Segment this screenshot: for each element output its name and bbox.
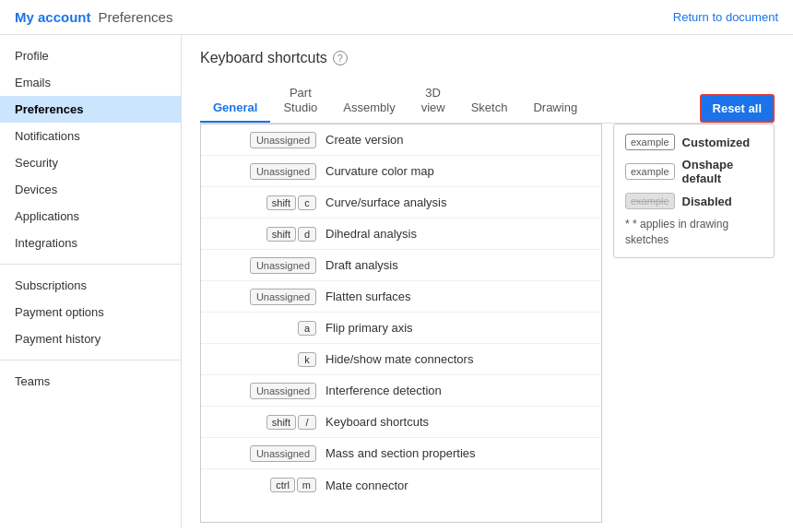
key-area: shift d	[210, 227, 316, 242]
return-to-document-link[interactable]: Return to document	[673, 10, 778, 24]
legend-note-text: * applies in drawing sketches	[625, 218, 728, 246]
header: My account Preferences Return to documen…	[0, 0, 793, 35]
sidebar-divider-1	[0, 264, 181, 265]
table-row: shift d Dihedral analysis	[201, 219, 601, 250]
table-row: Unassigned Mass and section properties	[201, 438, 601, 469]
sidebar-item-notifications[interactable]: Notifications	[0, 123, 181, 149]
key-badge-c: c	[298, 195, 316, 210]
unassigned-button[interactable]: Unassigned	[250, 383, 316, 399]
legend-panel: example Customized example Onshape defau…	[613, 124, 775, 523]
legend-note: * * applies in drawing sketches	[625, 217, 763, 248]
key-area: Unassigned	[210, 163, 316, 180]
sidebar-item-subscriptions[interactable]: Subscriptions	[0, 272, 181, 299]
table-row: a Flip primary axis	[201, 313, 601, 344]
sidebar-item-profile[interactable]: Profile	[0, 42, 181, 69]
key-area: Unassigned	[210, 445, 316, 462]
unassigned-button[interactable]: Unassigned	[250, 289, 316, 305]
legend-example-customized: example	[625, 134, 675, 150]
key-area: Unassigned	[210, 289, 316, 305]
sidebar-item-emails[interactable]: Emails	[0, 69, 181, 96]
reset-all-button[interactable]: Reset all	[700, 94, 775, 123]
shortcuts-scroll[interactable]: Unassigned Create version Unassigned Cur…	[201, 124, 601, 522]
shortcut-name: Interference detection	[316, 384, 592, 397]
key-area: a	[210, 321, 316, 336]
shortcut-name: Mass and section properties	[316, 446, 592, 460]
key-area: Unassigned	[210, 132, 316, 148]
sidebar-item-applications[interactable]: Applications	[0, 203, 181, 230]
table-row: Unassigned Draft analysis	[201, 250, 601, 281]
key-area: k	[210, 352, 316, 367]
shortcut-name: Create version	[316, 133, 592, 147]
legend-row-customized: example Customized	[625, 134, 763, 150]
legend-box: example Customized example Onshape defau…	[613, 124, 775, 258]
unassigned-button[interactable]: Unassigned	[250, 445, 316, 462]
table-row: shift c Curve/surface analysis	[201, 187, 601, 219]
table-row: Unassigned Create version	[201, 124, 601, 156]
key-badge-shift: shift	[266, 415, 296, 430]
help-icon[interactable]: ?	[333, 51, 348, 65]
shortcut-name: Dihedral analysis	[316, 227, 592, 241]
tab-general[interactable]: General	[200, 94, 270, 123]
shortcut-name: Curvature color map	[316, 164, 592, 178]
tab-3d-view[interactable]: 3Dview	[408, 79, 458, 123]
section-title: Keyboard shortcuts ?	[200, 50, 775, 66]
key-area: Unassigned	[210, 257, 316, 274]
sidebar-item-payment-options[interactable]: Payment options	[0, 299, 181, 325]
tabs-bar: General PartStudio Assembly 3Dview Sketc…	[200, 79, 775, 124]
key-badge-d: d	[298, 227, 316, 242]
section-title-text: Keyboard shortcuts	[200, 50, 327, 66]
shortcut-name: Mate connector	[316, 479, 592, 492]
header-left: My account Preferences	[15, 9, 172, 25]
tab-assembly[interactable]: Assembly	[330, 94, 408, 123]
sidebar-item-integrations[interactable]: Integrations	[0, 230, 181, 256]
legend-row-onshape: example Onshape default	[625, 158, 763, 185]
legend-example-disabled: example	[625, 193, 675, 209]
tab-drawing[interactable]: Drawing	[520, 94, 590, 123]
legend-example-onshape: example	[625, 163, 675, 180]
shortcut-name: Flatten surfaces	[316, 290, 592, 303]
header-page: Preferences	[99, 9, 173, 25]
table-row: ctrl m Mate connector	[201, 469, 601, 501]
sidebar-item-teams[interactable]: Teams	[0, 368, 181, 395]
shortcuts-panel: Unassigned Create version Unassigned Cur…	[200, 124, 602, 523]
legend-label-onshape: Onshape default	[682, 158, 763, 185]
legend-note-star: *	[625, 218, 633, 231]
layout: Profile Emails Preferences Notifications…	[0, 35, 793, 528]
header-myaccount[interactable]: My account	[15, 9, 91, 25]
key-badge-shift: shift	[266, 195, 296, 210]
unassigned-button[interactable]: Unassigned	[250, 257, 316, 274]
table-row: Unassigned Curvature color map	[201, 156, 601, 187]
key-area: ctrl m	[210, 478, 316, 492]
unassigned-button[interactable]: Unassigned	[250, 163, 316, 180]
key-badge-slash: /	[298, 415, 316, 430]
key-badge-a: a	[298, 321, 316, 336]
key-badge-k: k	[298, 352, 316, 367]
shortcut-name: Keyboard shortcuts	[316, 415, 592, 429]
tab-part-studio[interactable]: PartStudio	[270, 79, 330, 123]
sidebar: Profile Emails Preferences Notifications…	[0, 35, 182, 528]
key-badge-ctrl: ctrl	[270, 478, 295, 492]
sidebar-item-preferences[interactable]: Preferences	[0, 96, 181, 123]
shortcut-name: Hide/show mate connectors	[316, 352, 592, 366]
shortcut-name: Draft analysis	[316, 258, 592, 272]
key-area: Unassigned	[210, 383, 316, 399]
tab-sketch[interactable]: Sketch	[458, 94, 521, 123]
key-area: shift /	[210, 415, 316, 430]
sidebar-item-security[interactable]: Security	[0, 149, 181, 176]
table-row: shift / Keyboard shortcuts	[201, 407, 601, 438]
table-row: k Hide/show mate connectors	[201, 344, 601, 375]
content-area: Unassigned Create version Unassigned Cur…	[200, 124, 775, 523]
sidebar-item-devices[interactable]: Devices	[0, 176, 181, 203]
key-area: shift c	[210, 195, 316, 210]
unassigned-button[interactable]: Unassigned	[250, 132, 316, 148]
sidebar-divider-2	[0, 360, 181, 361]
sidebar-item-payment-history[interactable]: Payment history	[0, 325, 181, 352]
key-badge-shift: shift	[266, 227, 296, 242]
shortcut-name: Curve/surface analysis	[316, 195, 592, 209]
main-content: Keyboard shortcuts ? General PartStudio …	[182, 35, 793, 528]
shortcut-name: Flip primary axis	[316, 321, 592, 335]
legend-row-disabled: example Disabled	[625, 193, 763, 209]
legend-label-disabled: Disabled	[682, 195, 732, 208]
key-badge-m: m	[297, 478, 316, 492]
table-row: Unassigned Interference detection	[201, 375, 601, 407]
